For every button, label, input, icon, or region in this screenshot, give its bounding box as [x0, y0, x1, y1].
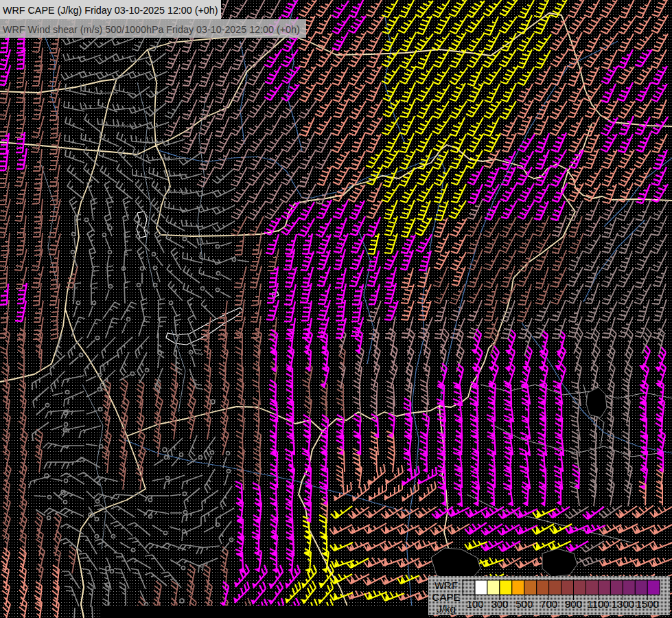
svg-text:WRF Wind shear (m/s) 500/1000h: WRF Wind shear (m/s) 500/1000hPa Friday …: [3, 24, 300, 35]
svg-text:500: 500: [515, 598, 533, 610]
svg-text:100: 100: [466, 598, 483, 610]
svg-text:J/kg: J/kg: [437, 603, 456, 615]
svg-text:1300: 1300: [612, 598, 634, 610]
svg-text:WRF CAPE (J/kg) Friday 03-10-2: WRF CAPE (J/kg) Friday 03-10-2025 12:00 …: [3, 5, 218, 16]
svg-text:1100: 1100: [587, 598, 609, 610]
svg-text:700: 700: [540, 598, 557, 610]
svg-text:300: 300: [491, 598, 508, 610]
svg-text:CAPE: CAPE: [432, 591, 461, 603]
svg-text:900: 900: [565, 598, 582, 610]
svg-text:1500: 1500: [636, 598, 659, 610]
svg-text:WRF: WRF: [435, 580, 458, 591]
